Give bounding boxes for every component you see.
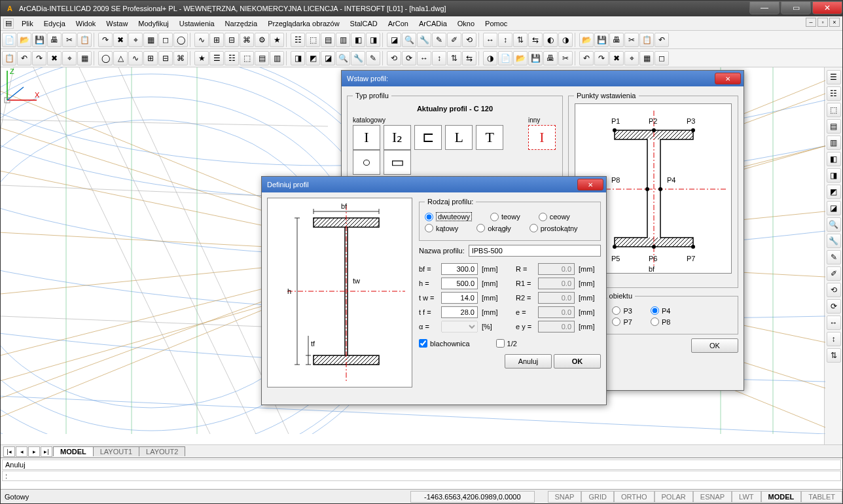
toolbar1-btn-15[interactable]: ⊞ [209, 33, 224, 47]
profile-btn-O[interactable]: ○ [353, 150, 380, 175]
toolbar1-btn-29[interactable]: 🔍 [402, 33, 416, 47]
toolbar1-btn-26[interactable]: ◨ [366, 33, 380, 47]
tab-model[interactable]: MODEL [53, 446, 94, 456]
tab-last[interactable]: ▸| [41, 446, 52, 457]
toolbar2-btn-45[interactable]: ⌖ [624, 51, 639, 65]
toolbar2-btn-16[interactable]: ☷ [224, 51, 239, 65]
toolbar1-btn-22[interactable]: ⬚ [306, 33, 320, 47]
status-model[interactable]: MODEL [761, 491, 802, 503]
define-ok-button[interactable]: OK [554, 354, 601, 369]
define-cancel-button[interactable]: Anuluj [505, 354, 552, 369]
radio-p7[interactable] [612, 317, 620, 326]
toolbar1-btn-47[interactable]: ↶ [655, 33, 669, 47]
status-ortho[interactable]: ORTHO [614, 491, 655, 503]
toolbar2-btn-32[interactable]: ⇅ [447, 51, 461, 65]
right-btn-14[interactable]: ⟳ [827, 299, 841, 314]
toolbar1-btn-40[interactable]: ◑ [558, 33, 573, 47]
profile-btn-T[interactable]: T [476, 125, 503, 150]
toolbar1-btn-5[interactable]: 📋 [77, 33, 92, 47]
menu-stalcad[interactable]: StalCAD [345, 18, 383, 29]
toolbar2-btn-36[interactable]: 📄 [498, 51, 512, 65]
toolbar1-btn-17[interactable]: ⌘ [240, 33, 254, 47]
command-prompt[interactable]: : [2, 471, 841, 481]
check-half[interactable] [496, 339, 505, 348]
profile-btn-I2[interactable]: I₂ [384, 125, 411, 150]
toolbar2-btn-43[interactable]: ↷ [594, 51, 609, 65]
toolbar2-btn-40[interactable]: ✂ [558, 51, 573, 65]
right-btn-11[interactable]: ✎ [827, 250, 841, 264]
toolbar2-btn-29[interactable]: ⟳ [402, 51, 416, 65]
right-btn-8[interactable]: ◪ [827, 201, 841, 215]
toolbar1-btn-16[interactable]: ⊟ [224, 33, 239, 47]
toolbar2-btn-9[interactable]: ∿ [128, 51, 143, 65]
minimize-button[interactable]: — [749, 1, 780, 14]
toolbar2-btn-8[interactable]: △ [113, 51, 128, 65]
toolbar1-btn-31[interactable]: ✎ [432, 33, 446, 47]
menu-widok[interactable]: Widok [71, 18, 101, 29]
menu-okno[interactable]: Okno [452, 18, 480, 29]
right-btn-3[interactable]: ▤ [827, 119, 841, 134]
toolbar2-btn-47[interactable]: ◻ [655, 51, 669, 65]
toolbar1-btn-21[interactable]: ☷ [291, 33, 305, 47]
tab-first[interactable]: |◂ [3, 446, 15, 457]
toolbar2-btn-39[interactable]: 🖶 [543, 51, 558, 65]
toolbar1-btn-30[interactable]: 🔧 [417, 33, 431, 47]
profile-btn-custom[interactable]: I [528, 125, 556, 150]
toolbar1-btn-8[interactable]: ✖ [113, 33, 128, 47]
drawing-canvas[interactable]: X Z Wstaw profil: ✕ Typ profilu [1, 67, 824, 444]
status-grid[interactable]: GRID [581, 491, 614, 503]
toolbar2-btn-44[interactable]: ✖ [609, 51, 624, 65]
right-btn-5[interactable]: ◧ [827, 152, 841, 166]
input-bf[interactable] [441, 263, 478, 275]
tab-layout2[interactable]: LAYOUT2 [139, 446, 185, 456]
dialog-insert-close[interactable]: ✕ [715, 73, 741, 84]
input-tw[interactable] [441, 292, 478, 304]
toolbar2-btn-24[interactable]: 🔍 [336, 51, 350, 65]
radio-p4[interactable] [651, 306, 659, 315]
right-btn-1[interactable]: ☷ [827, 86, 841, 101]
right-btn-17[interactable]: ⇅ [827, 348, 841, 363]
radio-p8[interactable] [651, 317, 659, 326]
toolbar1-btn-23[interactable]: ▤ [321, 33, 335, 47]
tab-next[interactable]: ▸ [28, 446, 40, 457]
toolbar1-btn-24[interactable]: ▥ [336, 33, 350, 47]
mdi-minimize[interactable]: – [806, 18, 816, 27]
menu-ustawienia[interactable]: Ustawienia [174, 18, 220, 29]
toolbar1-btn-4[interactable]: ✂ [62, 33, 77, 47]
toolbar1-btn-42[interactable]: 📂 [579, 33, 594, 47]
status-esnap[interactable]: ESNAP [693, 491, 732, 503]
toolbar2-btn-28[interactable]: ⟲ [387, 51, 401, 65]
right-btn-12[interactable]: ✐ [827, 266, 841, 281]
toolbar1-btn-14[interactable]: ∿ [194, 33, 209, 47]
right-btn-7[interactable]: ◩ [827, 185, 841, 199]
toolbar2-btn-11[interactable]: ⊟ [158, 51, 173, 65]
mdi-restore[interactable]: ▫ [817, 18, 828, 27]
toolbar1-btn-43[interactable]: 💾 [594, 33, 609, 47]
toolbar2-btn-0[interactable]: 📋 [2, 51, 16, 65]
status-tablet[interactable]: TABLET [801, 491, 842, 503]
toolbar2-btn-5[interactable]: ▦ [77, 51, 92, 65]
toolbar1-btn-25[interactable]: ◧ [351, 33, 365, 47]
toolbar2-btn-38[interactable]: 💾 [528, 51, 543, 65]
right-btn-9[interactable]: 🔍 [827, 217, 841, 232]
toolbar1-btn-32[interactable]: ✐ [447, 33, 461, 47]
radio-okragly[interactable] [476, 224, 485, 232]
check-blachownica[interactable] [419, 339, 427, 348]
menu-arcon[interactable]: ArCon [383, 18, 414, 29]
menu-wstaw[interactable]: Wstaw [101, 18, 133, 29]
profile-btn-C[interactable]: ⊏ [414, 125, 442, 150]
toolbar2-btn-30[interactable]: ↔ [417, 51, 431, 65]
toolbar1-btn-10[interactable]: ▦ [143, 33, 158, 47]
toolbar2-btn-33[interactable]: ⇆ [462, 51, 476, 65]
tab-layout1[interactable]: LAYOUT1 [93, 446, 139, 456]
dialog-define-title-bar[interactable]: Definiuj profil ✕ [262, 177, 606, 192]
menu-przegladarka[interactable]: Przeglądarka obrazów [262, 18, 344, 29]
input-nazwa[interactable] [469, 245, 601, 257]
toolbar1-btn-38[interactable]: ⇆ [528, 33, 543, 47]
mdi-close[interactable]: × [829, 18, 840, 27]
toolbar1-btn-19[interactable]: ★ [270, 33, 284, 47]
radio-katowy[interactable] [425, 224, 433, 232]
menu-edycja[interactable]: Edycja [39, 18, 71, 29]
menu-modyfikuj[interactable]: Modyfikuj [133, 18, 173, 29]
radio-p3[interactable] [612, 306, 620, 315]
